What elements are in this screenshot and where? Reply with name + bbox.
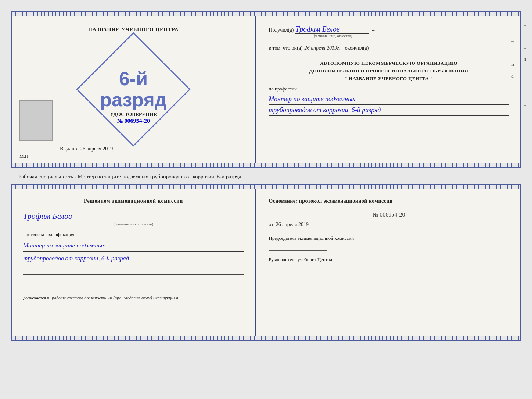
bottom-bottom-border [12,336,520,340]
stamp-container: 6-й разряд [82,38,185,141]
recipient-line: Получил(а) Трофим Белов (фамилия, имя, о… [269,25,509,38]
bottom-doc-inner: Решением экаменационной комиссии Трофим … [12,189,520,336]
top-doc-left: НАЗВАНИЕ УЧЕБНОГО ЦЕНТРА 6-й разряд УДОС… [12,16,256,163]
bottom-doc-left: Решением экаменационной комиссии Трофим … [12,189,256,336]
page-container: НАЗВАНИЕ УЧЕБНОГО ЦЕНТРА 6-й разряд УДОС… [7,7,525,346]
protocol-date: от 26 апреля 2019 [269,222,509,228]
head-signature-line [269,265,327,272]
mp-label: М.П. [19,153,29,159]
middle-text-area: Рабочая специальность - Монтер по защите… [11,169,521,184]
profession-line2: трубопроводов от коррозии, 6-й разряд [269,105,509,116]
date-line: в том, что он(а) 26 апреля 2019г. окончи… [269,45,509,52]
qual-line2: трубопроводов от коррозии, 6-й разряд [23,253,244,264]
top-doc-right: Получил(а) Трофим Белов (фамилия, имя, о… [256,16,520,163]
bottom-top-border [12,185,520,189]
stamp-diamond: 6-й разряд [76,32,191,146]
top-left-title: НАЗВАНИЕ УЧЕБНОГО ЦЕНТРА [88,27,179,33]
qual-label: присвоена квалификация [23,232,244,238]
stamp-text: 6-й разряд [100,68,167,110]
chair-signature-line [269,243,327,251]
profession-line1: Монтер по защите подземных [269,94,509,105]
org-text: АВТОНОМНУЮ НЕКОММЕРЧЕСКУЮ ОРГАНИЗАЦИЮ ДО… [269,60,509,82]
issued-date: Выдано 26 апреля 2019 [60,146,113,152]
basis-title: Основание: протокол экзаменационной коми… [269,198,509,204]
side-marks-top: – – и а ← – – – [511,38,516,126]
photo-box [19,100,53,141]
profession-label: по профессии [269,86,509,92]
bottom-doc-right: Основание: протокол экзаменационной коми… [256,189,520,336]
signature-lines-left [23,268,244,288]
qual-line1: Монтер по защите подземных [23,241,244,252]
commission-title: Решением экаменационной комиссии [23,198,244,204]
top-doc-inner: НАЗВАНИЕ УЧЕБНОГО ЦЕНТРА 6-й разряд УДОС… [12,16,520,163]
top-border-pattern [12,12,520,16]
protocol-number: № 006954-20 [269,211,509,218]
allowed-line: допускается к работе согласно должностны… [23,295,244,301]
head-signature: Руководитель учебного Центра [269,256,509,272]
bottom-border-pattern [12,163,520,167]
chair-signature: Председатель экзаменационной комиссии [269,235,509,251]
person-sub-label: (фамилия, имя, отчество) [23,222,244,226]
bottom-document: Решением экаменационной комиссии Трофим … [11,184,521,341]
person-name-bottom: Трофим Белов [23,211,244,221]
head-label: Руководитель учебного Центра [269,256,509,263]
top-document: НАЗВАНИЕ УЧЕБНОГО ЦЕНТРА 6-й разряд УДОС… [11,11,521,168]
chair-label: Председатель экзаменационной комиссии [269,235,509,242]
